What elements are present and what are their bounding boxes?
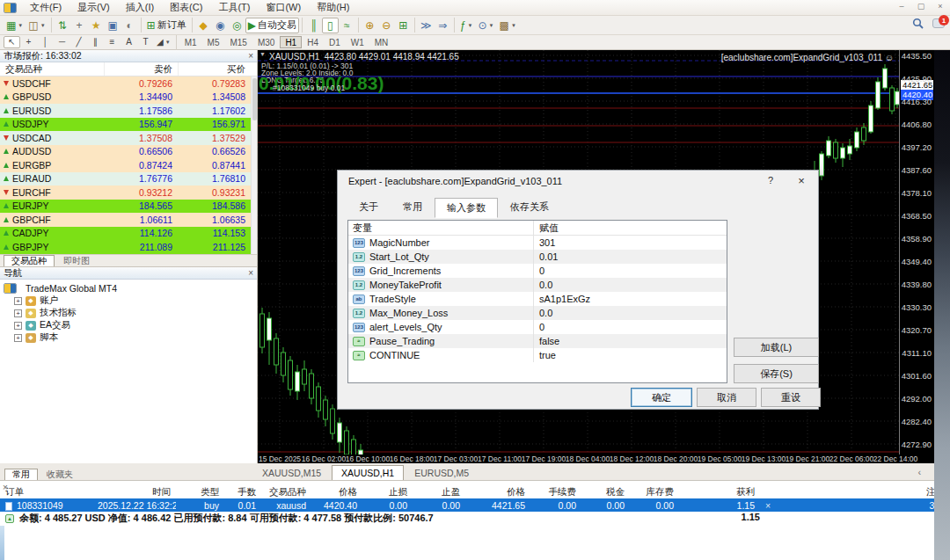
expander-icon[interactable]: +: [14, 309, 22, 317]
market-watch-tab-0[interactable]: 交易品种: [4, 255, 55, 266]
timeframe-M30[interactable]: M30: [252, 36, 280, 48]
navigator-tab-1[interactable]: 收藏夹: [40, 469, 80, 480]
market-row-EURUSD[interactable]: EURUSD1.175861.17602: [0, 104, 257, 118]
label-tool[interactable]: T: [137, 36, 154, 48]
cursor-tool[interactable]: ↖: [4, 36, 20, 48]
minimize-button[interactable]: ‒: [895, 1, 908, 11]
ok-button[interactable]: 确定: [631, 388, 692, 407]
navigator-toggle[interactable]: ★: [88, 18, 105, 33]
zoom-in-button[interactable]: ⊕: [362, 18, 378, 33]
navigator-root[interactable]: TradeMax Global MT4: [4, 282, 257, 295]
order-row[interactable]: 1083310492025.12.22 16:32:20buy0.01xauus…: [0, 498, 950, 512]
timeframe-M5[interactable]: M5: [202, 36, 225, 48]
param-value[interactable]: false: [533, 334, 727, 348]
one-click-trading-toggle[interactable]: ▼: [259, 51, 266, 57]
profiles-button[interactable]: ◫▼: [26, 18, 48, 33]
param-row-CONTINUE[interactable]: ≈CONTINUEtrue: [348, 348, 727, 362]
param-value[interactable]: 0: [533, 320, 727, 334]
market-row-EURCHF[interactable]: EURCHF0.932120.93231: [0, 185, 257, 200]
timeframe-H4[interactable]: H4: [302, 36, 324, 48]
market-row-EURGBP[interactable]: EURGBP0.874240.87441: [0, 158, 257, 172]
param-row-MagicNumber[interactable]: 123MagicNumber301: [348, 236, 727, 250]
navigator-item-1[interactable]: +◆技术指标: [4, 307, 257, 319]
timeframe-H1[interactable]: H1: [280, 36, 302, 48]
param-value[interactable]: 0.0: [533, 306, 727, 320]
crosshair-tool[interactable]: +: [20, 36, 37, 48]
community-button[interactable]: ◉: [212, 18, 229, 33]
trendline-tool[interactable]: ╱: [70, 36, 87, 48]
terminal-toggle[interactable]: ▣: [105, 18, 121, 33]
param-value[interactable]: 0.0: [533, 278, 727, 292]
auto-scroll-button[interactable]: ≫: [418, 18, 435, 33]
dialog-close-icon[interactable]: ×: [793, 174, 809, 187]
navigator-item-0[interactable]: +◆账户: [4, 295, 257, 307]
periods-button[interactable]: ⊙▼: [476, 18, 497, 33]
restore-button[interactable]: ▢: [915, 1, 927, 11]
data-window-toggle[interactable]: +: [71, 18, 88, 33]
shapes-tool[interactable]: ◢▼: [154, 36, 173, 48]
menu-item-4[interactable]: 工具(T): [210, 0, 258, 16]
account-history-icon[interactable]: ▲: [5, 514, 14, 523]
channel-tool[interactable]: ∥: [87, 36, 104, 48]
load-button[interactable]: 加载(L): [734, 338, 819, 357]
expander-icon[interactable]: +: [14, 322, 22, 330]
notifications-icon[interactable]: 1: [932, 18, 945, 28]
navigator-close-icon[interactable]: ×: [248, 268, 253, 278]
param-value[interactable]: true: [533, 348, 727, 362]
reset-button[interactable]: 重设: [761, 388, 821, 407]
timeframe-MN[interactable]: MN: [369, 36, 394, 48]
timeframe-M15[interactable]: M15: [224, 36, 252, 48]
metaeditor-button[interactable]: ◆: [195, 18, 212, 33]
market-watch-toggle[interactable]: ⇅: [55, 18, 71, 33]
timeframe-W1[interactable]: W1: [346, 36, 369, 48]
param-value[interactable]: 301: [533, 236, 727, 250]
market-button[interactable]: ◎: [229, 18, 245, 33]
terminal-close-icon[interactable]: ×: [3, 483, 8, 492]
timeframe-D1[interactable]: D1: [324, 36, 346, 48]
navigator-item-3[interactable]: +◆脚本: [4, 331, 257, 344]
chart-tab-XAUUSDH1[interactable]: XAUUSD,H1: [332, 465, 404, 480]
param-value[interactable]: 0: [533, 264, 727, 278]
dialog-help-button[interactable]: ?: [764, 175, 778, 185]
param-row-Max_Money_Loss[interactable]: 1.2Max_Money_Loss0.0: [348, 306, 727, 320]
navigator-item-2[interactable]: +◆EA交易: [4, 319, 257, 331]
templates-button[interactable]: ▩▼: [497, 18, 519, 33]
market-row-GBPUSD[interactable]: GBPUSD1.344901.34508: [0, 91, 257, 105]
market-row-EURAUD[interactable]: EURAUD1.767761.76810: [0, 172, 257, 186]
new-order-button[interactable]: ⊞新订单: [144, 18, 189, 33]
ea-active-smiley-icon[interactable]: ☺: [885, 53, 894, 62]
timeframe-M1[interactable]: M1: [179, 36, 202, 48]
chart-shift-button[interactable]: ⇒: [435, 18, 451, 33]
indicators-button[interactable]: ƒ▼: [457, 18, 476, 33]
new-chart-button[interactable]: ▦▼: [4, 18, 26, 33]
market-watch-scrollbar[interactable]: [251, 76, 257, 254]
tile-windows-button[interactable]: ⊞: [395, 18, 412, 33]
chart-tab-XAUUSDM15[interactable]: XAUUSD,M15: [253, 465, 330, 480]
market-row-USDJPY[interactable]: USDJPY156.947156.971: [0, 118, 257, 132]
expander-icon[interactable]: +: [14, 334, 22, 342]
market-row-GBPCHF[interactable]: GBPCHF1.066111.06635: [0, 213, 257, 227]
strategy-tester-toggle[interactable]: ◐: [121, 18, 138, 33]
bar-chart-mode-button[interactable]: ║: [305, 18, 322, 33]
hline-tool[interactable]: ─: [54, 36, 70, 48]
expander-icon[interactable]: +: [14, 297, 22, 305]
market-row-USDCAD[interactable]: USDCAD1.375081.37529: [0, 131, 257, 145]
line-chart-mode-button[interactable]: ≈: [339, 18, 355, 33]
vline-tool[interactable]: │: [37, 36, 54, 48]
market-row-AUDUSD[interactable]: AUDUSD0.665060.66526: [0, 145, 257, 159]
dialog-tab-3[interactable]: 依存关系: [498, 197, 561, 217]
dialog-tab-1[interactable]: 常用: [391, 197, 435, 217]
order-cell-13[interactable]: ×: [760, 500, 774, 511]
chart-tab-EURUSDM5[interactable]: EURUSD,M5: [406, 465, 478, 480]
param-value[interactable]: 0.01: [533, 250, 727, 264]
menu-item-1[interactable]: 显示(V): [69, 0, 118, 16]
menu-item-5[interactable]: 窗口(W): [258, 0, 309, 16]
save-button[interactable]: 保存(S): [734, 364, 819, 383]
fibonacci-tool[interactable]: ≡: [104, 36, 121, 48]
param-row-alert_Levels_Qty[interactable]: 123alert_Levels_Qty0: [348, 320, 727, 334]
candlestick-mode-button[interactable]: ▯: [322, 18, 339, 33]
market-row-CADJPY[interactable]: CADJPY114.126114.153: [0, 227, 257, 241]
search-icon[interactable]: [912, 18, 924, 29]
param-row-Pause_Trading[interactable]: ≈Pause_Tradingfalse: [348, 334, 727, 348]
cancel-button[interactable]: 取消: [697, 388, 756, 407]
